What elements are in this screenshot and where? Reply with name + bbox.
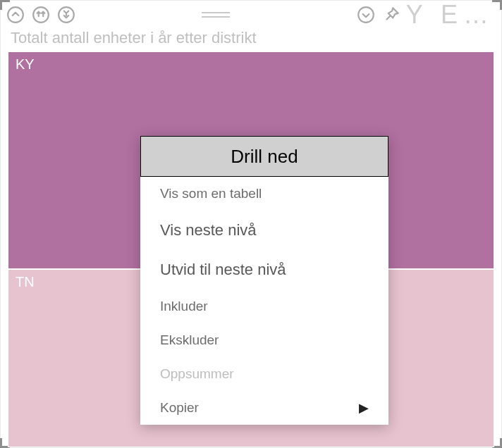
menu-show-as-table[interactable]: Vis som en tabell [140, 177, 388, 211]
menu-drill-down[interactable]: Drill ned [140, 136, 388, 177]
menu-label: Vis som en tabell [160, 186, 262, 201]
drill-down-mode-icon[interactable] [30, 4, 51, 25]
toolbar-spacer [81, 12, 351, 18]
menu-label: Ekskluder [160, 332, 219, 348]
menu-include[interactable]: Inkluder [140, 290, 388, 323]
visual-frame: Y E… Totalt antall enheter i år etter di… [0, 0, 502, 448]
menu-label: Inkluder [160, 299, 208, 314]
bar-label: KY [16, 56, 35, 72]
collapsed-visual-title: Y E… [406, 0, 494, 30]
chevron-right-icon: ▶ [359, 400, 369, 416]
expand-all-icon[interactable] [56, 4, 77, 25]
menu-expand-next-level[interactable]: Utvid til neste nivå [140, 250, 388, 290]
svg-point-1 [33, 7, 49, 23]
treemap-chart[interactable]: KY TN Drill ned Vis som en tabell Vis ne… [1, 51, 501, 447]
menu-copy[interactable]: Kopier ▶ [140, 391, 388, 425]
menu-summarize: Oppsummer [140, 357, 388, 391]
visual-toolbar: Y E… [1, 1, 501, 29]
menu-label: Oppsummer [160, 366, 234, 382]
svg-point-0 [8, 7, 23, 23]
chart-title: Totalt antall enheter i år etter distrik… [1, 29, 501, 51]
focus-mode-icon[interactable] [355, 4, 376, 25]
pin-icon[interactable] [381, 4, 402, 25]
menu-label: Drill ned [231, 146, 298, 168]
menu-label: Vis neste nivå [160, 221, 257, 239]
context-menu: Drill ned Vis som en tabell Vis neste ni… [140, 136, 388, 425]
menu-show-next-level[interactable]: Vis neste nivå [140, 211, 388, 250]
resize-handle-tl[interactable] [0, 0, 10, 10]
bar-label: TN [16, 274, 35, 290]
menu-label: Utvid til neste nivå [160, 261, 286, 279]
menu-exclude[interactable]: Ekskluder [140, 323, 388, 357]
svg-point-3 [358, 7, 374, 23]
menu-label: Kopier [160, 400, 199, 416]
drag-handle-icon[interactable] [202, 12, 230, 18]
resize-handle-tr[interactable] [492, 0, 502, 10]
